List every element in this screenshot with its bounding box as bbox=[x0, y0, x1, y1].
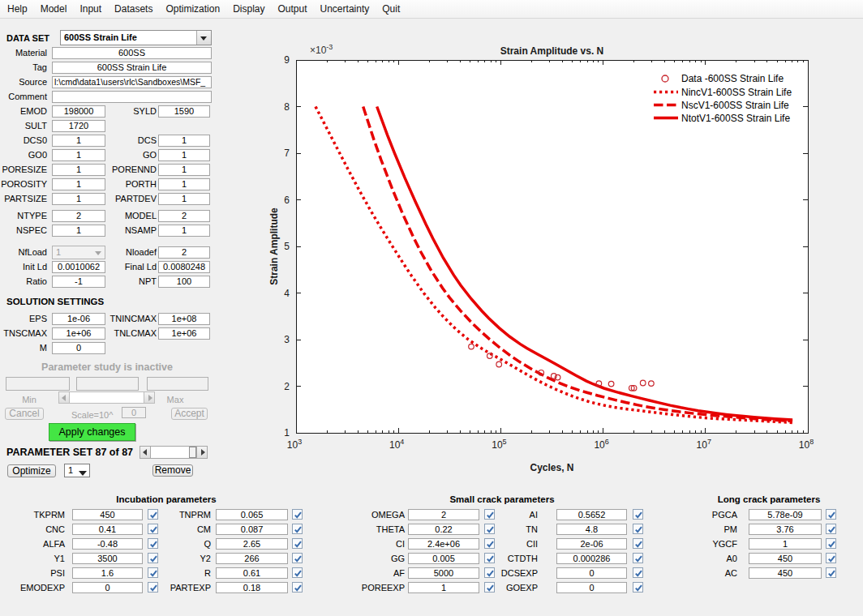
param-study-min-field[interactable] bbox=[6, 377, 70, 391]
parameter-set-slider[interactable] bbox=[140, 446, 208, 459]
parameter-set-slider-thumb[interactable] bbox=[189, 447, 196, 458]
y2-checkbox[interactable] bbox=[292, 553, 303, 563]
slider-left-arrow-icon[interactable] bbox=[140, 446, 151, 459]
partdev-field[interactable]: 1 bbox=[158, 193, 210, 205]
r-checkbox[interactable] bbox=[292, 567, 303, 578]
cnc-field[interactable]: 0.41 bbox=[72, 524, 143, 535]
remove-button[interactable]: Remove bbox=[152, 464, 193, 477]
a0-field[interactable]: 450 bbox=[749, 553, 822, 564]
final-ld-field[interactable]: 0.0080248 bbox=[158, 261, 210, 273]
npt-field[interactable]: 100 bbox=[158, 276, 210, 288]
check-stroke bbox=[829, 512, 835, 517]
check-stroke bbox=[636, 556, 642, 561]
tn-checkbox[interactable] bbox=[633, 524, 643, 534]
param-label-go0: GO0 bbox=[0, 149, 47, 161]
cancel-button[interactable]: Cancel bbox=[5, 408, 44, 420]
menu-output[interactable]: Output bbox=[272, 0, 314, 18]
q-field[interactable]: 2.65 bbox=[216, 538, 288, 550]
menu-input[interactable]: Input bbox=[73, 0, 108, 18]
check-stroke bbox=[829, 556, 835, 561]
q-checkbox[interactable] bbox=[292, 538, 303, 549]
ac-checkbox[interactable] bbox=[826, 567, 836, 578]
check-icon bbox=[633, 524, 644, 535]
model-field[interactable]: 2 bbox=[158, 210, 210, 222]
cii-checkbox[interactable] bbox=[633, 538, 643, 549]
slider-right-arrow-icon[interactable] bbox=[144, 391, 155, 404]
menu-model[interactable]: Model bbox=[34, 0, 74, 18]
slider-right-arrow-icon[interactable] bbox=[196, 446, 208, 459]
ygcf-field[interactable]: 1 bbox=[749, 538, 822, 550]
param-study-max-field[interactable] bbox=[147, 377, 208, 391]
comment-field[interactable] bbox=[52, 91, 212, 103]
r-field[interactable]: 0.61 bbox=[216, 567, 288, 579]
accept-button[interactable]: Accept bbox=[171, 408, 208, 420]
tnprm-field[interactable]: 0.065 bbox=[216, 509, 288, 520]
tn-field[interactable]: 4.8 bbox=[556, 524, 627, 535]
pm-field[interactable]: 3.76 bbox=[749, 524, 822, 535]
porennd-field[interactable]: 1 bbox=[158, 164, 210, 176]
material-field[interactable]: 600SS bbox=[52, 47, 212, 59]
tnlcmax-field[interactable]: 1e+06 bbox=[158, 327, 210, 340]
a0-checkbox[interactable] bbox=[826, 553, 836, 563]
goexp-field[interactable]: 0 bbox=[556, 582, 627, 593]
menu-help[interactable]: Help bbox=[1, 0, 34, 18]
syld-field[interactable]: 1590 bbox=[158, 105, 210, 118]
menu-uncertainty[interactable]: Uncertainty bbox=[314, 0, 376, 18]
alfa-field[interactable]: -0.48 bbox=[72, 538, 143, 550]
menu-optimization[interactable]: Optimization bbox=[159, 0, 226, 18]
x-tick-exponent: 3 bbox=[298, 438, 302, 446]
m-field[interactable]: 0 bbox=[52, 342, 105, 354]
menu-quit[interactable]: Quit bbox=[376, 0, 406, 18]
apply-changes-button[interactable]: Apply changes bbox=[49, 423, 135, 441]
dcsexp-field[interactable]: 0 bbox=[556, 567, 627, 579]
goexp-checkbox[interactable] bbox=[633, 582, 643, 592]
tnincmax-field[interactable]: 1e+08 bbox=[158, 313, 210, 325]
tag-field[interactable]: 600SS Strain Life bbox=[52, 62, 212, 74]
check-stroke bbox=[829, 527, 835, 532]
y1-field[interactable]: 3500 bbox=[72, 553, 143, 564]
check-icon bbox=[827, 510, 837, 520]
ctdth-checkbox[interactable] bbox=[633, 553, 643, 563]
cii-field[interactable]: 2e-06 bbox=[556, 538, 627, 550]
param-study-value-field[interactable] bbox=[76, 377, 139, 391]
param-study-slider[interactable] bbox=[58, 391, 155, 404]
tkprm-field[interactable]: 450 bbox=[72, 509, 143, 520]
pm-checkbox[interactable] bbox=[826, 524, 836, 534]
nloadef-field[interactable]: 2 bbox=[158, 246, 210, 259]
dcsexp-checkbox[interactable] bbox=[633, 567, 643, 578]
param-study-slider-track[interactable] bbox=[70, 391, 144, 404]
scale-value-field[interactable]: 0 bbox=[122, 407, 146, 418]
ygcf-checkbox[interactable] bbox=[826, 538, 836, 549]
dcs-field[interactable]: 1 bbox=[158, 135, 210, 147]
check-stroke bbox=[829, 571, 835, 575]
porth-field[interactable]: 1 bbox=[158, 178, 210, 190]
menu-datasets[interactable]: Datasets bbox=[108, 0, 159, 18]
partexp-field[interactable]: 0.18 bbox=[216, 582, 288, 593]
go-field[interactable]: 1 bbox=[158, 149, 210, 161]
param-label-nloadef: Nloadef bbox=[89, 246, 157, 259]
nsamp-field[interactable]: 1 bbox=[158, 225, 210, 237]
data-set-dropdown[interactable]: 600SS Strain Life bbox=[60, 30, 212, 45]
source-field[interactable]: l:\cmd\data1\users\rlc\Sandboxes\MSF_ bbox=[52, 76, 212, 88]
ai-checkbox[interactable] bbox=[633, 509, 643, 520]
partexp-checkbox[interactable] bbox=[292, 582, 303, 592]
ac-field[interactable]: 450 bbox=[749, 567, 822, 579]
sult-field[interactable]: 1720 bbox=[52, 120, 105, 132]
emodexp-field[interactable]: 0 bbox=[72, 582, 143, 593]
optimize-button[interactable]: Optimize bbox=[7, 464, 56, 477]
data-set-dropdown-button[interactable] bbox=[196, 31, 211, 45]
param-label-ac: AC bbox=[660, 567, 737, 580]
cm-field[interactable]: 0.087 bbox=[216, 524, 288, 535]
tnprm-checkbox[interactable] bbox=[292, 509, 303, 520]
slider-left-arrow-icon[interactable] bbox=[58, 391, 70, 404]
parameter-set-slider-track[interactable] bbox=[151, 446, 196, 459]
pgca-field[interactable]: 5.78e-09 bbox=[749, 509, 822, 520]
y2-field[interactable]: 266 bbox=[216, 553, 288, 564]
psi-field[interactable]: 1.6 bbox=[72, 567, 143, 579]
cm-checkbox[interactable] bbox=[292, 524, 303, 534]
ai-field[interactable]: 0.5652 bbox=[556, 509, 627, 520]
pgca-checkbox[interactable] bbox=[826, 509, 836, 520]
ctdth-field[interactable]: 0.000286 bbox=[556, 553, 627, 564]
menu-display[interactable]: Display bbox=[226, 0, 271, 18]
parameter-set-selector[interactable]: 1 bbox=[64, 464, 90, 477]
